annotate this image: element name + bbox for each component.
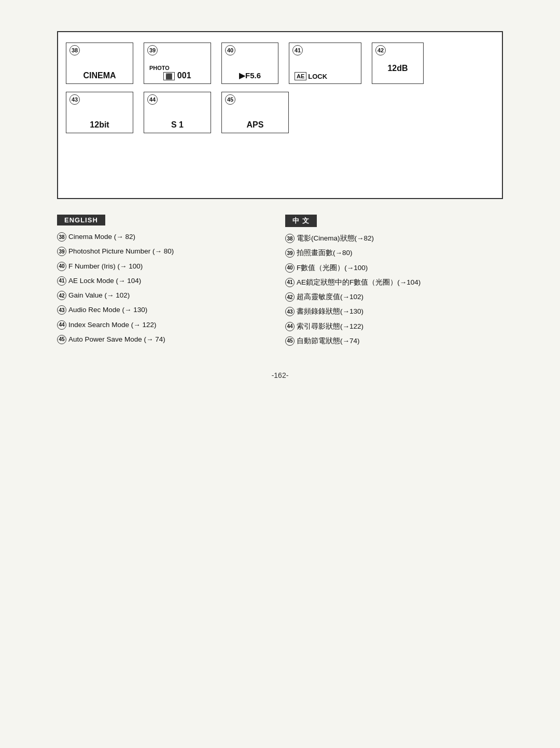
cell-content-40: ▶F5.6	[227, 71, 273, 80]
lang-num-en: 41	[57, 276, 66, 286]
language-section: ENGLISH 38Cinema Mode (→ 82)39Photoshot …	[57, 215, 503, 350]
chinese-list-item: 41AE鎖定狀態中的F數值（光圈）(→104)	[285, 277, 503, 288]
chinese-list-item: 45自動節電狀態(→74)	[285, 336, 503, 346]
english-list-item: 41AE Lock Mode (→ 104)	[57, 276, 275, 286]
lang-num-cn: 39	[285, 248, 295, 258]
photo-box: ⬛	[163, 72, 175, 80]
photo-number: ⬛ 001	[149, 71, 205, 80]
cell-f56: 40 ▶F5.6	[221, 43, 278, 84]
english-list-item: 40F Number (Iris) (→ 100)	[57, 261, 275, 272]
chinese-list-item: 38電影(Cinema)狀態(→82)	[285, 233, 503, 244]
chinese-col: 中 文 38電影(Cinema)狀態(→82)39拍照畫面數(→80)40F數值…	[275, 215, 503, 350]
cell-gain: 42 12dB	[372, 43, 424, 84]
lang-num-cn: 43	[285, 307, 295, 316]
cell-num-41: 41	[292, 45, 303, 55]
english-list-item: 38Cinema Mode (→ 82)	[57, 232, 275, 242]
cell-num-44: 44	[147, 94, 158, 105]
chinese-list-item: 44索引尋影狀態(→122)	[285, 321, 503, 332]
cell-content-41: AE LOCK	[295, 72, 356, 80]
display-row-2: 43 12bit 44 S 1 45 APS	[66, 92, 494, 133]
lang-text-en: AE Lock Mode (→ 104)	[68, 276, 141, 286]
cell-ae-lock: 41 AE LOCK	[289, 43, 361, 84]
display-row-1: 38 CINEMA 39 PHOTO ⬛ 001 40 ▶F5.6	[66, 43, 494, 84]
lang-text-en: Audio Rec Mode (→ 130)	[68, 305, 147, 315]
lang-text-cn: 索引尋影狀態(→122)	[297, 321, 363, 332]
lang-text-cn: 電影(Cinema)狀態(→82)	[297, 233, 374, 244]
english-items-list: 38Cinema Mode (→ 82)39Photoshot Picture …	[57, 232, 275, 345]
lang-text-en: Index Search Mode (→ 122)	[68, 320, 157, 330]
lang-text-cn: 拍照畫面數(→80)	[297, 248, 353, 258]
lang-num-en: 43	[57, 305, 66, 315]
chinese-list-item: 43書頻錄錄狀態(→130)	[285, 306, 503, 317]
lang-num-cn: 42	[285, 292, 295, 302]
english-col: ENGLISH 38Cinema Mode (→ 82)39Photoshot …	[57, 215, 275, 350]
english-list-item: 43Audio Rec Mode (→ 130)	[57, 305, 275, 315]
cell-content-45: APS	[227, 120, 283, 130]
lang-num-cn: 45	[285, 336, 295, 346]
english-list-item: 42Gain Value (→ 102)	[57, 290, 275, 301]
cell-num-38: 38	[69, 45, 80, 55]
chinese-items-list: 38電影(Cinema)狀態(→82)39拍照畫面數(→80)40F數值（光圈）…	[285, 233, 503, 346]
lang-num-cn: 44	[285, 322, 295, 331]
lang-num-cn: 41	[285, 278, 295, 287]
lang-text-cn: 書頻錄錄狀態(→130)	[297, 306, 363, 317]
cell-12bit: 43 12bit	[66, 92, 133, 133]
photo-icon: PHOTO	[149, 65, 205, 71]
lang-num-en: 39	[57, 247, 66, 256]
chinese-list-item: 42超高靈敏度值(→102)	[285, 292, 503, 302]
lock-text: LOCK	[308, 73, 327, 80]
cell-content-44: S 1	[149, 120, 205, 130]
english-list-item: 39Photoshot Picture Number (→ 80)	[57, 246, 275, 257]
camera-display: 38 CINEMA 39 PHOTO ⬛ 001 40 ▶F5.6	[57, 31, 503, 199]
page-number: -162-	[41, 371, 519, 379]
english-list-item: 44Index Search Mode (→ 122)	[57, 320, 275, 330]
photo-label: PHOTO	[149, 65, 170, 71]
cell-content-43: 12bit	[72, 120, 128, 130]
lang-num-en: 38	[57, 232, 66, 242]
cell-aps: 45 APS	[221, 92, 289, 133]
cell-content-39: PHOTO ⬛ 001	[149, 65, 205, 80]
lang-num-cn: 38	[285, 234, 295, 243]
lang-num-en: 42	[57, 291, 66, 300]
lang-text-en: F Number (Iris) (→ 100)	[68, 261, 143, 272]
lang-num-en: 44	[57, 320, 66, 330]
display-spacer	[66, 138, 494, 190]
lang-text-en: Photoshot Picture Number (→ 80)	[68, 246, 174, 257]
cell-num-39: 39	[147, 45, 158, 55]
chinese-list-item: 39拍照畫面數(→80)	[285, 248, 503, 258]
cell-photo: 39 PHOTO ⬛ 001	[144, 43, 211, 84]
lang-text-cn: 自動節電狀態(→74)	[297, 336, 360, 346]
lang-num-en: 45	[57, 335, 66, 344]
lang-text-cn: F數值（光圈）(→100)	[297, 263, 368, 273]
chinese-list-item: 40F數值（光圈）(→100)	[285, 263, 503, 273]
cell-num-42: 42	[375, 45, 386, 55]
cell-num-45: 45	[225, 94, 235, 105]
cell-s1: 44 S 1	[144, 92, 211, 133]
cell-cinema: 38 CINEMA	[66, 43, 133, 84]
lang-text-en: Cinema Mode (→ 82)	[68, 232, 135, 242]
lang-text-en: Gain Value (→ 102)	[68, 290, 130, 301]
ae-box: AE	[295, 72, 306, 80]
cell-num-40: 40	[225, 45, 235, 55]
lang-text-cn: 超高靈敏度值(→102)	[297, 292, 363, 302]
english-header: ENGLISH	[57, 215, 105, 225]
cell-content-42: 12dB	[377, 64, 418, 73]
lang-text-cn: AE鎖定狀態中的F數值（光圈）(→104)	[297, 277, 421, 288]
cell-content-38: CINEMA	[72, 71, 128, 80]
lang-num-en: 40	[57, 262, 66, 271]
lang-text-en: Auto Power Save Mode (→ 74)	[68, 334, 165, 345]
lang-num-cn: 40	[285, 263, 295, 273]
page-container: 38 CINEMA 39 PHOTO ⬛ 001 40 ▶F5.6	[0, 0, 560, 748]
chinese-header: 中 文	[285, 215, 317, 227]
cell-num-43: 43	[69, 94, 80, 105]
english-list-item: 45Auto Power Save Mode (→ 74)	[57, 334, 275, 345]
